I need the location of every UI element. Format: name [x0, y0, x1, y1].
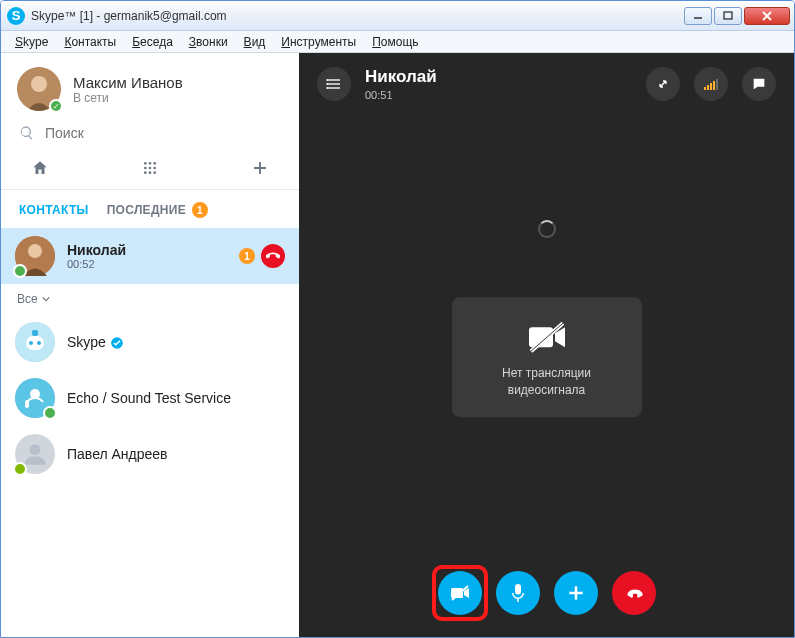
- filter-label: Все: [17, 292, 38, 306]
- presence-online-icon: ✓: [49, 99, 63, 113]
- contact-badge: 1: [239, 248, 255, 264]
- menu-help[interactable]: Помощь: [364, 33, 426, 51]
- svg-point-13: [149, 171, 152, 174]
- menu-skype[interactable]: Skype: [7, 33, 56, 51]
- video-toggle-wrap: [438, 571, 482, 615]
- profile-text: Максим Иванов В сети: [73, 74, 183, 105]
- svg-point-22: [37, 341, 41, 345]
- list-tabs: КОНТАКТЫ ПОСЛЕДНИЕ 1: [1, 190, 299, 228]
- svg-point-32: [326, 79, 328, 81]
- contact-name: Николай: [67, 242, 126, 258]
- contact-right: 1: [239, 244, 285, 268]
- contact-row[interactable]: Echo / Sound Test Service: [1, 370, 299, 426]
- contact-name: Echo / Sound Test Service: [67, 390, 231, 406]
- main-area: ✓ Максим Иванов В сети: [1, 53, 794, 637]
- hangup-small-button[interactable]: [261, 244, 285, 268]
- menu-calls[interactable]: Звонки: [181, 33, 236, 51]
- contact-row-active[interactable]: Николай 00:52 1: [1, 228, 299, 284]
- svg-point-10: [149, 167, 152, 170]
- tab-contacts[interactable]: КОНТАКТЫ: [19, 203, 89, 217]
- menu-conversation[interactable]: Беседа: [124, 33, 181, 51]
- close-button[interactable]: [744, 7, 790, 25]
- presence-online-icon: [43, 406, 57, 420]
- svg-rect-20: [26, 336, 44, 350]
- svg-rect-30: [328, 83, 340, 84]
- signal-icon: [704, 78, 718, 90]
- tab-recent[interactable]: ПОСЛЕДНИЕ 1: [107, 202, 208, 218]
- menu-view[interactable]: Вид: [236, 33, 274, 51]
- mute-button[interactable]: [496, 571, 540, 615]
- svg-point-7: [149, 162, 152, 165]
- home-button[interactable]: [29, 157, 51, 179]
- svg-point-12: [144, 171, 147, 174]
- svg-rect-23: [32, 330, 38, 336]
- contact-row[interactable]: Skype: [1, 314, 299, 370]
- call-controls: [438, 571, 656, 615]
- profile-status: В сети: [73, 91, 183, 105]
- skype-bot-avatar: [15, 322, 55, 362]
- hangup-button[interactable]: [612, 571, 656, 615]
- contact-avatar-wrap: [15, 434, 55, 474]
- titlebar: S Skype™ [1] - germanik5@gmail.com: [1, 1, 794, 31]
- dialpad-button[interactable]: [139, 157, 161, 179]
- contact-info: Николай 00:52: [67, 242, 126, 270]
- menu-tools[interactable]: Инструменты: [273, 33, 364, 51]
- contact-name: Павел Андреев: [67, 446, 168, 462]
- svg-point-34: [326, 87, 328, 89]
- tab-contacts-label: КОНТАКТЫ: [19, 203, 89, 217]
- presence-online-icon: [13, 462, 27, 476]
- call-timer: 00:51: [365, 89, 437, 101]
- filter-dropdown[interactable]: Все: [1, 284, 299, 314]
- menu-contacts[interactable]: Контакты: [56, 33, 124, 51]
- profile-section[interactable]: ✓ Максим Иванов В сети: [1, 53, 299, 121]
- contact-row[interactable]: Павел Андреев: [1, 426, 299, 482]
- loading-spinner-icon: [538, 220, 556, 238]
- contact-avatar-wrap: [15, 378, 55, 418]
- contact-info: Echo / Sound Test Service: [67, 390, 231, 406]
- window-title: Skype™ [1] - germanik5@gmail.com: [31, 9, 684, 23]
- fullscreen-button[interactable]: [646, 67, 680, 101]
- contact-info: Skype: [67, 334, 124, 350]
- icon-row: [1, 151, 299, 190]
- svg-point-8: [153, 162, 156, 165]
- svg-point-21: [29, 341, 33, 345]
- contact-avatar-wrap: [15, 236, 55, 276]
- contact-timer: 00:52: [67, 258, 126, 270]
- video-toggle-button[interactable]: [438, 571, 482, 615]
- presence-online-icon: [13, 264, 27, 278]
- profile-name: Максим Иванов: [73, 74, 183, 91]
- no-video-overlay: Нет трансляциивидеосигнала: [452, 297, 642, 417]
- profile-avatar-wrap: ✓: [17, 67, 61, 111]
- svg-rect-29: [328, 79, 340, 80]
- contact-avatar-wrap: [15, 322, 55, 362]
- svg-point-6: [144, 162, 147, 165]
- menubar: Skype Контакты Беседа Звонки Вид Инструм…: [1, 31, 794, 53]
- search-icon: [19, 125, 35, 141]
- add-participant-button[interactable]: [554, 571, 598, 615]
- svg-point-18: [28, 244, 42, 258]
- svg-point-26: [30, 389, 40, 399]
- contact-info: Павел Андреев: [67, 446, 168, 462]
- call-name: Николай: [365, 67, 437, 87]
- svg-rect-1: [724, 12, 732, 19]
- verified-icon: [110, 336, 124, 350]
- maximize-button[interactable]: [714, 7, 742, 25]
- contact-name: Skype: [67, 334, 124, 350]
- call-menu-button[interactable]: [317, 67, 351, 101]
- tab-recent-label: ПОСЛЕДНИЕ: [107, 203, 186, 217]
- sidebar: ✓ Максим Иванов В сети: [1, 53, 299, 637]
- search-input[interactable]: [45, 125, 281, 141]
- svg-rect-31: [328, 87, 340, 88]
- window-controls: [684, 7, 790, 25]
- signal-button[interactable]: [694, 67, 728, 101]
- svg-point-5: [31, 76, 47, 92]
- svg-rect-27: [25, 400, 29, 408]
- svg-point-14: [153, 171, 156, 174]
- app-window: S Skype™ [1] - germanik5@gmail.com Skype…: [0, 0, 795, 638]
- recent-badge: 1: [192, 202, 208, 218]
- new-button[interactable]: [249, 157, 271, 179]
- chat-button[interactable]: [742, 67, 776, 101]
- search-bar[interactable]: [1, 121, 299, 151]
- skype-logo-icon: S: [7, 7, 25, 25]
- minimize-button[interactable]: [684, 7, 712, 25]
